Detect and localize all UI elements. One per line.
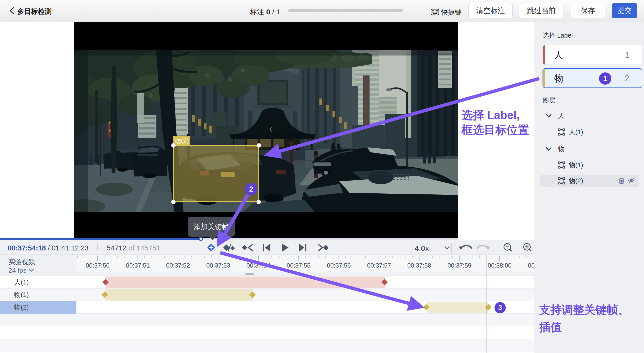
svg-text:00:37:57: 00:37:57 bbox=[367, 262, 391, 269]
svg-text:00:37:58: 00:37:58 bbox=[407, 262, 431, 269]
svg-text:00:37:51: 00:37:51 bbox=[126, 262, 150, 269]
svg-text:00:37:52: 00:37:52 bbox=[166, 262, 190, 269]
svg-text:00:38:01: 00:38:01 bbox=[528, 262, 534, 269]
svg-text:00:37:53: 00:37:53 bbox=[206, 262, 230, 269]
svg-text:00:37:55: 00:37:55 bbox=[287, 262, 310, 269]
svg-text:00:37:56: 00:37:56 bbox=[327, 262, 351, 269]
svg-text:00:37:59: 00:37:59 bbox=[447, 262, 471, 269]
svg-text:00:37:50: 00:37:50 bbox=[86, 262, 109, 269]
svg-text:00:38:00: 00:38:00 bbox=[488, 262, 511, 269]
svg-text:00:37:54: 00:37:54 bbox=[246, 262, 270, 269]
